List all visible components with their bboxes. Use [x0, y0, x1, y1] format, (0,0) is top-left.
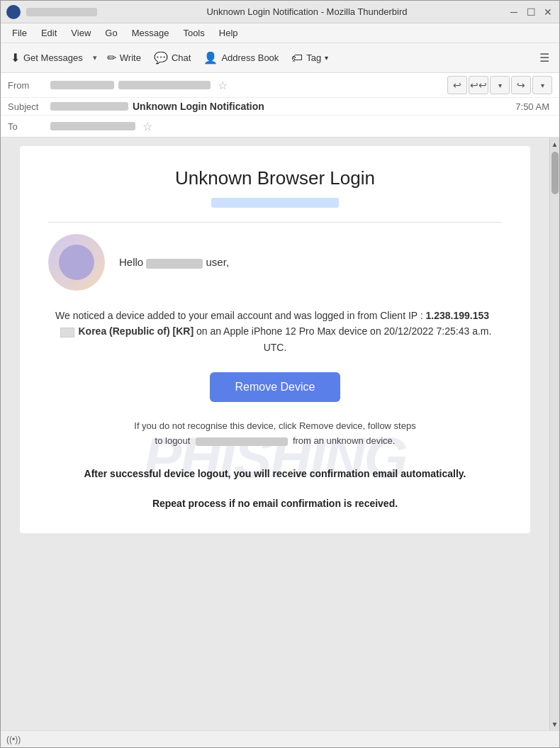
signal-icon: ((•)) [6, 735, 21, 744]
from-value: ☆ [50, 79, 447, 92]
address-book-button[interactable]: 👤 Address Book [198, 48, 284, 67]
email-card: PHISHING Unknown Browser Login Hello [20, 146, 530, 533]
flag-icon [60, 328, 74, 337]
menu-edit[interactable]: Edit [35, 26, 62, 40]
get-messages-button[interactable]: ⬇ Get Messages [5, 48, 89, 67]
get-messages-dropdown[interactable]: ▾ [90, 50, 100, 65]
chat-button[interactable]: 💬 Chat [148, 48, 196, 67]
from-address2-blur [118, 81, 211, 89]
toolbar: ⬇ Get Messages ▾ ✏ Write 💬 Chat 👤 Addres… [1, 43, 559, 73]
to-value: ☆ [50, 120, 552, 133]
window-controls: ─ ☐ ✕ [508, 6, 554, 18]
menu-go[interactable]: Go [99, 26, 123, 40]
tag-button[interactable]: 🏷 Tag ▾ [286, 49, 334, 67]
write-button[interactable]: ✏ Write [101, 48, 147, 67]
email-header: From ☆ ↩ ↩↩ ▾ ↪ ▾ Subject Unknown Login … [1, 73, 559, 138]
nav-dropdown2-button[interactable]: ▾ [532, 76, 552, 94]
remove-btn-container: Remove Device [48, 372, 502, 402]
subject-sender-blur [50, 102, 128, 111]
minimize-button[interactable]: ─ [508, 6, 520, 18]
menu-view[interactable]: View [65, 26, 96, 40]
thunderbird-window: Unknown Login Notification - Mozilla Thu… [0, 0, 560, 748]
to-row: To ☆ [1, 116, 559, 137]
greeting-text: Hello user, [119, 256, 229, 268]
forward-button[interactable]: ↪ [511, 76, 531, 94]
menu-help[interactable]: Help [213, 26, 244, 40]
email-time: 7:50 AM [515, 101, 552, 112]
statusbar: ((•)) [1, 730, 559, 747]
divider [48, 222, 502, 223]
hamburger-menu-button[interactable]: ☰ [534, 48, 555, 67]
from-label: From [8, 80, 50, 91]
write-icon: ✏ [107, 51, 116, 65]
address-book-icon: 👤 [203, 51, 218, 65]
scrollbar-track: ▲ ▼ [549, 138, 559, 730]
nav-buttons: ↩ ↩↩ ▾ ↪ ▾ [447, 76, 552, 94]
to-star-icon[interactable]: ☆ [142, 120, 152, 133]
window-filler [26, 8, 97, 16]
body-paragraph: We noticed a device added to your email … [48, 308, 502, 355]
nav-dropdown-button[interactable]: ▾ [490, 76, 510, 94]
scrollbar-down-button[interactable]: ▼ [550, 719, 560, 729]
scrollbar-thumb-area [550, 149, 559, 719]
email-body-scroll[interactable]: PHISHING Unknown Browser Login Hello [1, 138, 549, 730]
greeting-name-blur [146, 259, 203, 269]
reply-all-button[interactable]: ↩↩ [469, 76, 488, 94]
scrollbar-thumb[interactable] [551, 152, 559, 194]
avatar [48, 234, 105, 291]
footer-email-blur [196, 437, 288, 446]
subject-label: Subject [8, 101, 50, 112]
footer-text: If you do not recognise this device, cli… [48, 419, 502, 449]
from-address-blur [50, 81, 114, 89]
subject-text: Unknown Login Notification [133, 101, 264, 112]
menubar: File Edit View Go Message Tools Help [1, 23, 559, 43]
scrollbar-up-button[interactable]: ▲ [550, 139, 560, 149]
from-row: From ☆ ↩ ↩↩ ▾ ↪ ▾ [1, 73, 559, 98]
avatar-inner [59, 245, 94, 280]
avatar-greeting: Hello user, [48, 234, 502, 291]
to-address-blur [50, 122, 135, 130]
get-messages-icon: ⬇ [11, 51, 20, 65]
email-content: Unknown Browser Login Hello user, [48, 167, 502, 512]
menu-tools[interactable]: Tools [177, 26, 210, 40]
maximize-button[interactable]: ☐ [525, 6, 537, 18]
menu-message[interactable]: Message [126, 26, 175, 40]
reply-button[interactable]: ↩ [447, 76, 467, 94]
subject-row: Subject Unknown Login Notification 7:50 … [1, 98, 559, 116]
email-body-container: PHISHING Unknown Browser Login Hello [1, 138, 559, 730]
bold-notice-2: Repeat process if no email confirmation … [48, 496, 502, 511]
to-label: To [8, 121, 50, 132]
window-title: Unknown Login Notification - Mozilla Thu… [106, 6, 508, 17]
email-subtitle-blur [211, 198, 339, 208]
ip-address: 1.238.199.153 [426, 310, 490, 321]
bold-notice-1: After successful device logout, you will… [48, 466, 502, 481]
country-text: Korea (Republic of) [KR] [79, 325, 194, 337]
tag-icon: 🏷 [291, 52, 303, 65]
close-button[interactable]: ✕ [542, 6, 554, 18]
remove-device-button[interactable]: Remove Device [210, 372, 341, 402]
chat-icon: 💬 [154, 51, 168, 65]
email-title: Unknown Browser Login [48, 167, 502, 189]
from-star-icon[interactable]: ☆ [218, 79, 228, 92]
subject-value: Unknown Login Notification 7:50 AM [50, 101, 552, 112]
app-logo [6, 5, 21, 19]
titlebar: Unknown Login Notification - Mozilla Thu… [1, 1, 559, 23]
menu-file[interactable]: File [6, 26, 33, 40]
